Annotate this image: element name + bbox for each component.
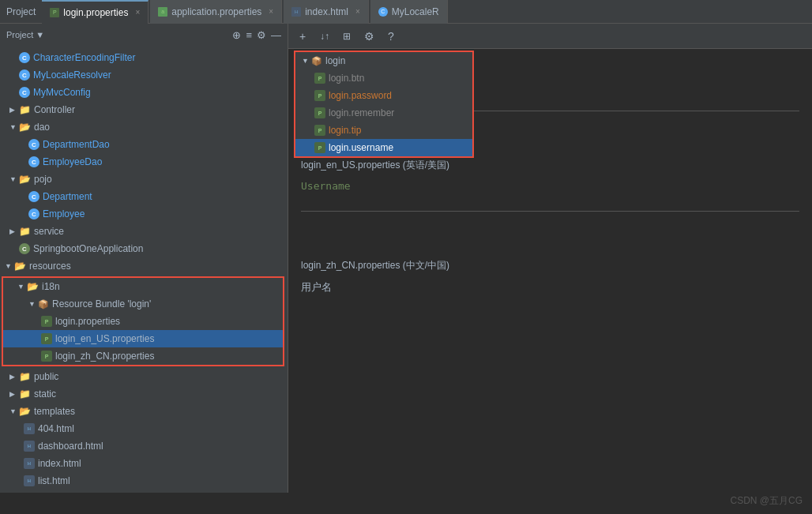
tab-index-html[interactable]: H index.html × (284, 0, 369, 24)
sidebar-item-department[interactable]: C Department (0, 188, 288, 205)
item-label: dao (34, 122, 50, 133)
props-icon: P (314, 142, 325, 153)
props-icon: P (314, 107, 325, 118)
item-label: login.properties (55, 316, 120, 327)
sidebar-header-icons: ⊕ ≡ ⚙ — (232, 29, 281, 41)
arrow-icon: ▶ (9, 106, 19, 114)
sidebar-item-employeedao[interactable]: C EmployeeDao (0, 153, 288, 171)
popup-login-root[interactable]: ▼ 📦 login (295, 52, 472, 69)
tab-close-app-icon[interactable]: × (269, 7, 273, 16)
popup-item-label: login.btn (329, 73, 364, 84)
sidebar-item-characterencodingfilter[interactable]: C CharacterEncodingFilter (0, 49, 288, 66)
help-btn[interactable]: ? (383, 28, 399, 44)
html-file-icon: H (24, 423, 35, 434)
props-tab-icon: P (50, 8, 59, 17)
tab-index-label: index.html (305, 6, 348, 17)
html-file-icon: H (24, 441, 35, 452)
tab-mylocale[interactable]: C MyLocaleR (370, 0, 448, 24)
folder-icon: 📁 (19, 226, 31, 237)
class-icon: C (28, 191, 39, 202)
tab-label: login.properties (63, 7, 128, 18)
sort-btn[interactable]: ↓↑ (317, 28, 333, 44)
i18n-section: ▼ 📂 i18n ▼ 📦 Resource Bundle 'login' P l… (2, 276, 284, 366)
class-icon: C (19, 243, 30, 254)
item-label: service (34, 226, 64, 237)
settings-btn[interactable]: ⚙ (361, 28, 377, 44)
class-icon: C (19, 87, 30, 98)
item-label: i18n (42, 281, 60, 292)
arrow-icon: ▼ (17, 283, 27, 291)
item-label: templates (34, 406, 75, 417)
app-tab-icon: a (158, 7, 167, 17)
item-label: Controller (34, 104, 75, 115)
sidebar-item-dao[interactable]: ▼ 📂 dao (0, 118, 288, 136)
gear-icon[interactable]: ⚙ (257, 29, 266, 41)
tab-close-icon[interactable]: × (135, 8, 140, 17)
section-divider-2 (301, 211, 799, 212)
sidebar-item-resources[interactable]: ▼ 📂 resources (0, 257, 288, 275)
sidebar-item-list[interactable]: H list.html (0, 472, 288, 490)
item-label: dashboard.html (38, 441, 103, 452)
sidebar-item-pojo[interactable]: ▼ 📂 pojo (0, 171, 288, 188)
index-tab-icon: H (291, 7, 301, 17)
sidebar-item-login-zh-cn[interactable]: P login_zh_CN.properties (3, 347, 283, 365)
grid-btn[interactable]: ⊞ (339, 28, 355, 44)
tab-mylocale-label: MyLocaleR (392, 6, 439, 17)
section-title: login_en_US.properties (英语/美国) (301, 159, 799, 172)
sidebar: Project ▼ ⊕ ≡ ⚙ — C CharacterEncodingFil… (0, 24, 288, 493)
tab-login-properties[interactable]: P login.properties × (42, 0, 148, 24)
popup-login-tip[interactable]: P login.tip (295, 122, 472, 139)
tab-application-properties[interactable]: a application.properties × (150, 0, 282, 24)
item-label: Department (43, 191, 92, 202)
add-btn[interactable]: + (295, 28, 310, 44)
item-label: list.html (38, 475, 70, 486)
item-label: Resource Bundle 'login' (52, 298, 151, 310)
section-value: Username (301, 177, 799, 195)
project-label[interactable]: Project (6, 6, 36, 17)
arrow-icon: ▼ (9, 175, 19, 183)
sidebar-tree: C CharacterEncodingFilter C MyLocaleReso… (0, 46, 288, 493)
folder-icon: 📂 (19, 174, 31, 185)
props-icon: P (314, 125, 325, 136)
sidebar-item-mylocaleresolver[interactable]: C MyLocaleResolver (0, 66, 288, 84)
section-title: login_zh_CN.properties (中文/中国) (301, 259, 799, 272)
sidebar-item-login-properties[interactable]: P login.properties (3, 313, 283, 330)
item-label: login_en_US.properties (55, 333, 154, 344)
popup-login-remember[interactable]: P login.remember (295, 104, 472, 122)
folder-icon: 📂 (27, 281, 39, 292)
sidebar-item-dashboard[interactable]: H dashboard.html (0, 437, 288, 455)
bundle-popup-icon: 📦 (311, 56, 322, 66)
popup-item-label: login.remember (329, 107, 394, 118)
sidebar-item-public[interactable]: ▶ 📁 public (0, 368, 288, 385)
sidebar-item-login-en-us[interactable]: P login_en_US.properties (3, 330, 283, 347)
item-label: Employee (43, 208, 85, 219)
list-icon[interactable]: ≡ (246, 29, 252, 41)
sidebar-item-static[interactable]: ▶ 📁 static (0, 385, 288, 403)
item-label: static (34, 388, 56, 400)
sidebar-item-service[interactable]: ▶ 📁 service (0, 223, 288, 240)
sidebar-item-resource-bundle-login[interactable]: ▼ 📦 Resource Bundle 'login' (3, 295, 283, 313)
arrow-icon: ▼ (9, 123, 19, 131)
top-bar: Project P login.properties × a applicati… (0, 0, 812, 24)
sidebar-item-springbootoneapp[interactable]: C SpringbootOneApplication (0, 240, 288, 257)
popup-login-username[interactable]: P login.username (295, 139, 472, 156)
sidebar-item-departmentdao[interactable]: C DepartmentDao (0, 136, 288, 153)
sidebar-item-controller[interactable]: ▶ 📁 Controller (0, 101, 288, 118)
minimize-icon[interactable]: — (271, 29, 281, 41)
login-bundle-popup: ▼ 📦 login P login.btn P login.password P… (294, 51, 474, 158)
popup-login-btn[interactable]: P login.btn (295, 69, 472, 87)
sidebar-item-index[interactable]: H index.html (0, 455, 288, 472)
sidebar-item-404[interactable]: H 404.html (0, 420, 288, 437)
popup-login-password[interactable]: P login.password (295, 87, 472, 104)
mylocale-tab-icon: C (378, 7, 388, 17)
tab-close-index-icon[interactable]: × (355, 7, 360, 16)
compass-icon[interactable]: ⊕ (232, 29, 241, 41)
sidebar-item-i18n[interactable]: ▼ 📂 i18n (3, 278, 283, 295)
arrow-icon: ▶ (9, 390, 19, 398)
sidebar-item-employee[interactable]: C Employee (0, 205, 288, 223)
arrow-icon: ▼ (5, 262, 14, 270)
tab-bar: P login.properties × a application.prope… (42, 0, 806, 24)
sidebar-item-templates[interactable]: ▼ 📂 templates (0, 403, 288, 420)
sidebar-item-mymvcconfig[interactable]: C MyMvcConfig (0, 84, 288, 101)
item-label: MyLocaleResolver (33, 69, 111, 81)
